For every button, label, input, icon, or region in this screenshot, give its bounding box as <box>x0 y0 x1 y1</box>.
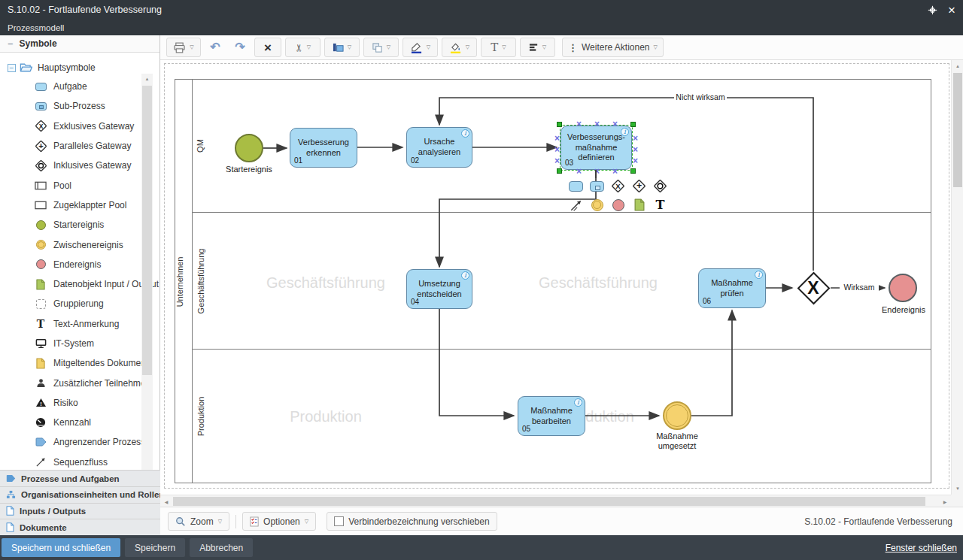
connection-point[interactable]: × <box>612 120 618 129</box>
connection-point[interactable]: × <box>612 167 618 176</box>
tree-scrollbar[interactable]: ▲ ▼ <box>141 74 153 470</box>
undo-button[interactable]: ↶ <box>205 38 226 57</box>
collapse-icon[interactable]: − <box>8 38 14 50</box>
symbol-item-mitgeltendes-dokument[interactable]: Mitgeltendes Dokument <box>0 353 159 373</box>
symbol-item-gruppierung[interactable]: Gruppierung <box>0 294 159 313</box>
connection-point[interactable]: × <box>554 156 560 165</box>
symbol-item-zugeklappter-pool[interactable]: Zugeklappter Pool <box>0 195 159 215</box>
section-prozesse-und-aufgaben[interactable]: Prozesse und Aufgaben <box>0 470 160 486</box>
section-dokumente[interactable]: Dokumente <box>0 519 160 535</box>
scroll-up-icon[interactable]: ▲ <box>952 60 963 72</box>
symbol-item-aufgabe[interactable]: Aufgabe <box>0 77 159 96</box>
info-icon[interactable]: i <box>461 129 469 138</box>
symbol-item-angrenzender-prozess[interactable]: Angrenzender Prozess <box>0 432 159 452</box>
tree-scroll-thumb[interactable] <box>142 86 152 375</box>
connector-label-checkbox[interactable] <box>334 516 344 526</box>
tree-root-hauptsymbole[interactable]: − Hauptsymbole <box>0 59 159 77</box>
delete-button[interactable]: × <box>254 38 281 57</box>
print-button[interactable]: ▽ <box>166 38 201 57</box>
end-event[interactable] <box>889 274 917 302</box>
task-massnahme-bearbeiten[interactable]: Maßnahme bearbeiten 05 i <box>518 396 585 436</box>
symbol-item-kennzahl[interactable]: Kennzahl <box>0 413 159 432</box>
cancel-button[interactable]: Abbrechen <box>190 538 253 557</box>
cut-connector-button[interactable]: ✂ ▽ <box>285 38 320 57</box>
diagram-canvas[interactable]: Unternehmen QM Geschäftsführung Produkti… <box>160 60 951 495</box>
info-icon[interactable]: i <box>755 271 763 279</box>
symbol-item-risiko[interactable]: ! Risiko <box>0 393 159 413</box>
task-umsetzung-entscheiden[interactable]: Umsetzung entscheiden 04 i <box>406 269 472 309</box>
task-verbesserung-erkennen[interactable]: Verbesserung erkennen 01 <box>290 128 357 168</box>
symbol-item-inklusives-gateway[interactable]: Inklusives Gateway <box>0 156 159 175</box>
connection-point[interactable]: × <box>633 156 638 165</box>
zoom-button[interactable]: Zoom ▽ <box>168 512 229 531</box>
task-verbesserungsmassnahme-definieren[interactable]: Verbesserungs- maßnahme definieren 03 i … <box>560 126 632 170</box>
redo-button[interactable]: ↷ <box>229 38 251 57</box>
fill-color-button[interactable]: ▽ <box>442 38 477 57</box>
lane-divider[interactable] <box>193 349 931 350</box>
symbol-item-it-system[interactable]: IT-System <box>0 334 159 353</box>
text-style-button[interactable]: T ▽ <box>481 38 516 57</box>
connection-point[interactable]: × <box>576 120 582 129</box>
palette-inclusive-gateway-icon[interactable] <box>651 177 670 195</box>
intermediate-event[interactable] <box>663 401 691 430</box>
arrange-button[interactable]: ▽ <box>324 38 360 57</box>
horizontal-scrollbar[interactable]: ◀ ▶ <box>160 495 951 507</box>
symbol-item-endereignis[interactable]: Endereignis <box>0 255 159 274</box>
scroll-down-icon[interactable]: ▼ <box>952 483 963 495</box>
more-actions-button[interactable]: ⋮ Weitere Aktionen ▽ <box>562 38 664 57</box>
palette-parallel-gateway-icon[interactable]: + <box>630 177 649 195</box>
connection-point[interactable]: × <box>633 134 638 143</box>
scroll-up-icon[interactable]: ▲ <box>141 74 153 84</box>
lane-divider[interactable] <box>193 212 931 213</box>
selection-handle[interactable] <box>630 168 636 174</box>
save-and-close-button[interactable]: Speichern und schließen <box>2 538 120 557</box>
symbol-item-paralleles-gateway[interactable]: + Paralleles Gateway <box>0 136 159 156</box>
symbol-item-zwischenereignis[interactable]: Zwischenereignis <box>0 235 159 254</box>
symbol-item-exklusives-gateway[interactable]: X Exklusives Gateway <box>0 117 159 136</box>
connector-label-toggle[interactable]: Verbinderbezeichnung verschieben <box>327 512 497 531</box>
vertical-scrollbar[interactable]: ▲ ▼ <box>951 60 963 495</box>
connection-point[interactable]: × <box>594 120 600 129</box>
copy-style-button[interactable]: ▽ <box>363 38 399 57</box>
info-icon[interactable]: i <box>574 398 582 407</box>
task-massnahme-pruefen[interactable]: Maßnahme prüfen 06 i <box>698 268 766 308</box>
tree-collapse-icon[interactable]: − <box>8 64 16 72</box>
close-window-link[interactable]: Fenster schließen <box>886 543 957 553</box>
horizontal-scroll-thumb[interactable] <box>173 497 925 506</box>
symbol-item-text-anmerkung[interactable]: T Text-Anmerkung <box>0 314 159 334</box>
connection-point[interactable]: × <box>554 134 560 143</box>
start-event[interactable] <box>235 134 263 162</box>
palette-text-annotation-icon[interactable]: T <box>651 196 670 213</box>
vertical-scroll-thumb[interactable] <box>953 73 962 187</box>
connection-point[interactable]: × <box>576 167 582 176</box>
palette-exclusive-gateway-icon[interactable]: X <box>609 177 627 195</box>
symbol-item-zusaetzlicher-teilnehmer[interactable]: Zusätzlicher Teilnehmer <box>0 373 159 392</box>
palette-intermediate-event-icon[interactable] <box>588 196 606 213</box>
sidebar-header[interactable]: − Symbole <box>0 35 159 53</box>
palette-end-event-icon[interactable] <box>609 196 627 213</box>
connection-point[interactable]: × <box>633 145 638 154</box>
palette-task-icon[interactable] <box>567 177 585 195</box>
close-icon[interactable]: × <box>948 4 955 17</box>
selection-handle[interactable] <box>557 122 562 127</box>
palette-sequence-flow-icon[interactable] <box>567 196 585 213</box>
symbol-item-sequenzfluss[interactable]: Sequenzfluss <box>0 453 159 470</box>
line-color-button[interactable]: ▽ <box>403 38 438 57</box>
align-button[interactable]: ▽ <box>520 38 555 57</box>
selection-handle[interactable] <box>630 122 636 127</box>
symbol-item-pool[interactable]: Pool <box>0 175 159 195</box>
symbol-item-datenobjekt[interactable]: Datenobjekt Input / Output <box>0 274 159 294</box>
selection-handle[interactable] <box>557 168 562 174</box>
scroll-left-icon[interactable]: ◀ <box>160 495 172 507</box>
info-icon[interactable]: i <box>461 271 469 280</box>
palette-subprocess-icon[interactable] <box>588 177 606 195</box>
symbol-item-sub-prozess[interactable]: Sub-Prozess <box>0 96 159 116</box>
save-button[interactable]: Speichern <box>125 538 185 557</box>
info-icon[interactable]: i <box>621 128 629 136</box>
exclusive-gateway[interactable]: X <box>796 271 831 305</box>
section-inputs-outputs[interactable]: Inputs / Outputs <box>0 503 160 519</box>
task-ursache-analysieren[interactable]: Ursache analysieren 02 i <box>406 127 472 168</box>
symbol-item-startereignis[interactable]: Startereignis <box>0 215 159 235</box>
palette-data-object-icon[interactable] <box>630 196 649 213</box>
compress-icon[interactable] <box>928 5 937 15</box>
